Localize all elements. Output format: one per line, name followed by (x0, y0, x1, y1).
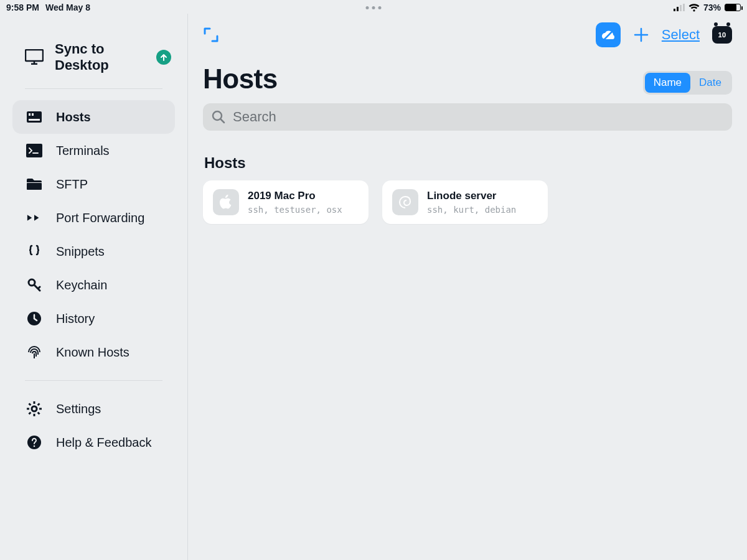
port-forward-icon (26, 210, 42, 226)
sort-name[interactable]: Name (645, 73, 690, 93)
svg-rect-2 (680, 5, 682, 11)
svg-rect-10 (29, 119, 40, 121)
multitask-dots[interactable] (366, 6, 382, 9)
sidebar: Sync to Desktop Hosts Terminals (0, 14, 188, 560)
sidebar-item-label: History (56, 312, 95, 326)
sidebar-item-history[interactable]: History (12, 302, 175, 335)
host-sub: ssh, kurt, debian (427, 205, 516, 215)
search-icon (212, 110, 225, 124)
clock-icon (26, 310, 42, 327)
svg-rect-8 (29, 113, 31, 116)
sync-to-desktop[interactable]: Sync to Desktop (0, 35, 187, 88)
hosts-icon (26, 109, 42, 125)
sidebar-item-label: Snippets (56, 245, 105, 259)
battery-pct: 73% (703, 2, 721, 12)
svg-rect-0 (674, 9, 675, 11)
svg-rect-9 (32, 113, 34, 116)
sidebar-item-keychain[interactable]: Keychain (12, 268, 175, 302)
svg-rect-4 (26, 50, 43, 61)
svg-rect-7 (27, 111, 42, 123)
svg-rect-11 (26, 144, 42, 157)
sidebar-item-settings[interactable]: Settings (12, 392, 175, 426)
sidebar-item-port-forwarding[interactable]: Port Forwarding (12, 201, 175, 235)
add-button[interactable] (633, 27, 649, 43)
svg-point-15 (32, 406, 37, 411)
host-card[interactable]: Linode server ssh, kurt, debian (382, 180, 548, 224)
host-name: 2019 Mac Pro (248, 190, 342, 202)
terminal-icon (26, 142, 42, 159)
svg-point-29 (213, 111, 222, 120)
sidebar-item-help[interactable]: Help & Feedback (12, 426, 175, 459)
wifi-icon (688, 4, 700, 12)
cell-signal-icon (674, 4, 685, 11)
debian-icon (392, 189, 418, 215)
search-input[interactable] (233, 109, 723, 125)
sidebar-divider (25, 380, 162, 381)
sidebar-item-label: Settings (56, 402, 101, 416)
host-name: Linode server (427, 190, 516, 202)
folder-icon (26, 176, 42, 192)
status-date: Wed May 8 (45, 2, 90, 12)
svg-rect-3 (683, 4, 685, 11)
sort-segmented-control[interactable]: Name Date (643, 71, 732, 95)
fingerprint-icon (26, 344, 42, 360)
sidebar-item-label: SFTP (56, 177, 88, 192)
expand-icon[interactable] (203, 27, 219, 43)
main-content: Select 10 Hosts Name Date Hosts (188, 14, 747, 560)
svg-rect-12 (27, 183, 42, 190)
select-link[interactable]: Select (662, 27, 700, 43)
search-field[interactable] (203, 103, 732, 131)
battery-icon (725, 4, 741, 11)
cloud-sync-button[interactable] (596, 22, 621, 47)
apple-icon (213, 189, 239, 215)
sidebar-item-hosts[interactable]: Hosts (12, 100, 175, 134)
help-icon (26, 434, 42, 450)
svg-line-30 (221, 119, 224, 123)
sidebar-item-label: Terminals (56, 144, 110, 158)
host-sub: ssh, testuser, osx (248, 205, 342, 215)
sidebar-divider (25, 88, 162, 89)
svg-rect-1 (677, 7, 679, 11)
svg-line-21 (38, 413, 40, 414)
sidebar-item-terminals[interactable]: Terminals (12, 134, 175, 167)
svg-line-20 (29, 404, 31, 406)
desktop-icon (25, 49, 44, 65)
status-time: 9:58 PM (6, 2, 39, 12)
sidebar-item-label: Known Hosts (56, 345, 129, 360)
sidebar-item-label: Keychain (56, 278, 107, 292)
braces-icon (26, 243, 42, 259)
sidebar-item-known-hosts[interactable]: Known Hosts (12, 335, 175, 369)
gear-icon (26, 401, 42, 417)
assistant-icon[interactable]: 10 (712, 26, 732, 44)
section-title: Hosts (204, 154, 732, 172)
svg-line-22 (38, 404, 40, 406)
sidebar-item-label: Hosts (56, 110, 91, 124)
svg-line-23 (29, 413, 31, 414)
sidebar-item-sftp[interactable]: SFTP (12, 167, 175, 201)
status-bar: 9:58 PM Wed May 8 73% (0, 0, 747, 14)
svg-point-25 (34, 446, 35, 447)
host-card[interactable]: 2019 Mac Pro ssh, testuser, osx (203, 180, 369, 224)
sort-date[interactable]: Date (690, 73, 730, 93)
page-title: Hosts (203, 63, 278, 95)
sync-up-icon (156, 50, 171, 65)
sidebar-item-snippets[interactable]: Snippets (12, 235, 175, 268)
sync-label: Sync to Desktop (55, 41, 145, 73)
key-icon (26, 277, 42, 293)
sidebar-item-label: Port Forwarding (56, 211, 144, 225)
sidebar-item-label: Help & Feedback (56, 436, 151, 450)
